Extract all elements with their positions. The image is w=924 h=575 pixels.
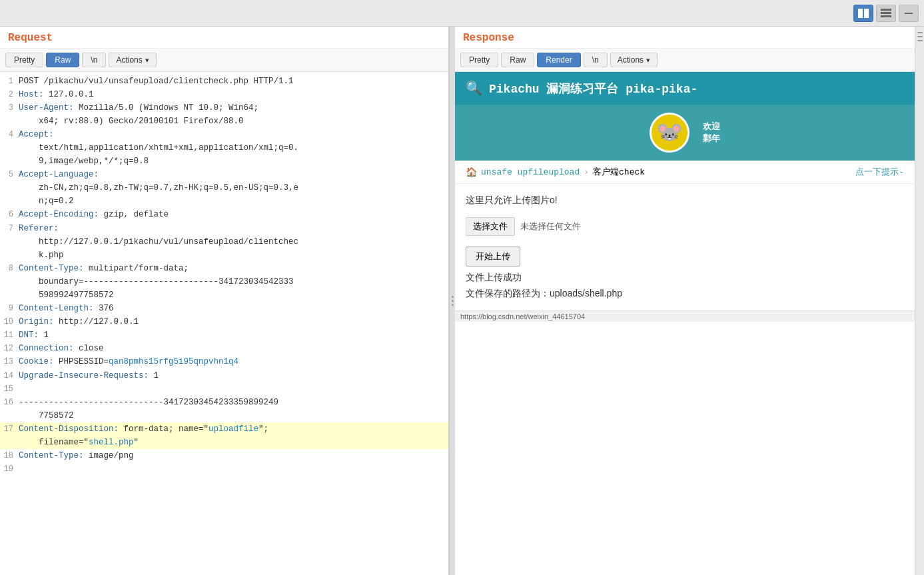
code-line-6: 6 Accept-Encoding: gzip, deflate (0, 208, 448, 221)
request-tab-raw[interactable]: Raw (46, 53, 79, 67)
response-tab-pretty[interactable]: Pretty (460, 53, 498, 67)
code-line-13: 13 Cookie: PHPSESSID=qan8pmhs15rfg5i95qn… (0, 355, 448, 368)
top-bar (0, 0, 924, 27)
welcome-area: 欢迎 鄴年 (703, 121, 720, 145)
code-line-3: 3 User-Agent: Mozilla/5.0 (Windows NT 10… (0, 101, 448, 128)
upload-btn[interactable]: 开始上传 (466, 247, 520, 267)
pikachu-avatar: 🐭 (650, 113, 690, 153)
right-handle[interactable] (915, 27, 924, 575)
breadcrumb-sep: › (584, 167, 589, 177)
svg-rect-0 (858, 9, 863, 18)
request-code-area: 1 POST /pikachu/vul/unsafeupload/clientc… (0, 72, 448, 575)
minimize-btn[interactable] (899, 5, 919, 22)
svg-rect-2 (881, 9, 891, 11)
svg-rect-1 (864, 9, 869, 18)
response-toolbar: Pretty Raw Render \n Actions (455, 49, 915, 72)
main-content: Request Pretty Raw \n Actions 1 POST /pi… (0, 27, 924, 575)
code-line-1: 1 POST /pikachu/vul/unsafeupload/clientc… (0, 75, 448, 88)
code-line-18: 18 Content-Type: image/png (0, 449, 448, 462)
request-tab-pretty[interactable]: Pretty (5, 53, 43, 67)
code-line-2: 2 Host: 127.0.0.1 (0, 88, 448, 101)
home-icon: 🏠 (466, 167, 477, 178)
no-file-text: 未选择任何文件 (520, 221, 581, 233)
code-line-12: 12 Connection: close (0, 342, 448, 355)
request-panel: Request Pretty Raw \n Actions 1 POST /pi… (0, 27, 450, 575)
split-view-btn[interactable] (853, 5, 873, 22)
request-toolbar: Pretty Raw \n Actions (0, 49, 448, 72)
upload-path-label: 文件保存的路径为： (466, 288, 550, 298)
file-input-row: 选择文件 未选择任何文件 (466, 217, 904, 236)
choose-file-btn[interactable]: 选择文件 (466, 217, 515, 236)
breadcrumb-hint[interactable]: 点一下提示- (855, 166, 904, 178)
code-line-17: 17 Content-Disposition: form-data; name=… (0, 422, 448, 449)
code-line-10: 10 Origin: http://127.0.0.1 (0, 315, 448, 328)
breadcrumb-current: 客户端check (593, 166, 645, 178)
code-line-8: 8 Content-Type: multipart/form-data; bou… (0, 262, 448, 302)
welcome-line1: 欢迎 (703, 121, 720, 133)
response-tab-raw[interactable]: Raw (501, 53, 534, 67)
upload-path-value: uploads/shell.php (550, 288, 622, 298)
status-url: https://blog.csdn.net/weixin_44615704 (455, 310, 915, 322)
request-tab-n[interactable]: \n (82, 53, 106, 67)
rendered-header-title: Pikachu 漏洞练习平台 pika-pika- (489, 81, 697, 97)
code-line-15: 15 (0, 382, 448, 396)
code-line-11: 11 DNT: 1 (0, 328, 448, 342)
code-line-4: 4 Accept: text/html,application/xhtml+xm… (0, 128, 448, 168)
panel-divider[interactable] (450, 27, 455, 575)
response-actions-btn[interactable]: Actions (610, 53, 658, 67)
code-line-14: 14 Upgrade-Insecure-Requests: 1 (0, 369, 448, 382)
code-line-5: 5 Accept-Language: zh-CN,zh;q=0.8,zh-TW;… (0, 168, 448, 208)
breadcrumb-link[interactable]: unsafe upfileupload (481, 167, 580, 177)
rendered-header: 🔍 Pikachu 漏洞练习平台 pika-pika- (455, 72, 915, 105)
request-actions-btn[interactable]: Actions (109, 53, 156, 67)
breadcrumb-bar: 🏠 unsafe upfileupload › 客户端check 点一下提示- (455, 161, 915, 184)
upload-success: 文件上传成功 (466, 272, 904, 284)
svg-rect-5 (905, 13, 913, 14)
upload-path: 文件保存的路径为：uploads/shell.php (466, 288, 904, 300)
request-title: Request (0, 27, 448, 49)
body-instruction: 这里只允许上传图片o! (466, 195, 904, 207)
search-icon: 🔍 (466, 80, 482, 97)
response-panel: Response Pretty Raw Render \n Actions 🔍 … (455, 27, 915, 575)
response-tab-render[interactable]: Render (537, 53, 580, 67)
code-line-16: 16 -----------------------------34172303… (0, 396, 448, 422)
response-title: Response (455, 27, 915, 49)
code-line-9: 9 Content-Length: 376 (0, 302, 448, 315)
welcome-line2: 鄴年 (703, 133, 720, 145)
banner-area: 🐭 欢迎 鄴年 (455, 105, 915, 161)
list-view-btn[interactable] (876, 5, 896, 22)
code-line-7: 7 Referer: http://127.0.0.1/pikachu/vul/… (0, 222, 448, 262)
code-line-19: 19 (0, 462, 448, 476)
svg-rect-3 (881, 12, 891, 14)
rendered-page: 🔍 Pikachu 漏洞练习平台 pika-pika- 🐭 欢迎 鄴年 🏠 (455, 72, 915, 575)
svg-rect-4 (881, 15, 891, 17)
response-content: 🔍 Pikachu 漏洞练习平台 pika-pika- 🐭 欢迎 鄴年 🏠 (455, 72, 915, 575)
response-tab-n[interactable]: \n (584, 53, 608, 67)
rendered-body: 这里只允许上传图片o! 选择文件 未选择任何文件 开始上传 文件上传成功 文件保… (455, 184, 915, 310)
